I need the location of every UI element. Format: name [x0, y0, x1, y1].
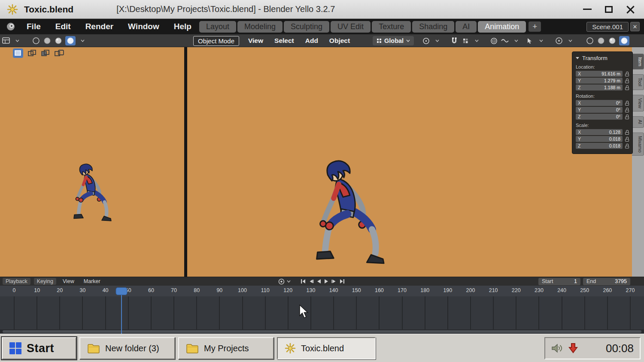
- view-menu[interactable]: View: [60, 278, 77, 285]
- lock-icon[interactable]: [625, 130, 629, 135]
- taskbar-clock[interactable]: 00:08: [606, 342, 634, 355]
- overlays-icon[interactable]: [555, 36, 563, 45]
- workspace-tab-sculpting[interactable]: Sculpting: [284, 21, 329, 33]
- jump-to-end-button[interactable]: [339, 278, 345, 285]
- playback-menu[interactable]: Playback: [3, 278, 30, 285]
- transform-orientation-dropdown[interactable]: Global: [373, 36, 414, 45]
- start-button[interactable]: Start: [2, 337, 76, 359]
- xray-toggle-icon[interactable]: [586, 36, 594, 45]
- edit-menu[interactable]: Edit: [55, 22, 71, 31]
- render-menu[interactable]: Render: [85, 22, 113, 31]
- chevron-down-icon[interactable]: [566, 36, 574, 45]
- shading-material-icon[interactable]: [54, 36, 63, 45]
- auto-keying-button[interactable]: [278, 278, 285, 285]
- chevron-down-icon[interactable]: [537, 36, 545, 45]
- sidebar-tab-tool[interactable]: Tool: [632, 74, 644, 90]
- location-y-field[interactable]: Y1.279 m: [576, 78, 623, 84]
- rotation-y-field[interactable]: Y0°: [576, 107, 623, 113]
- overlay-toggle-active-icon[interactable]: [13, 48, 23, 58]
- scale-x-field[interactable]: X0.128: [576, 129, 623, 135]
- snap-settings-icon[interactable]: [461, 36, 470, 45]
- timeline-track-area[interactable]: [0, 296, 644, 334]
- object-mode-dropdown[interactable]: Object Mode: [193, 36, 239, 46]
- chevron-down-icon[interactable]: [472, 36, 481, 45]
- chevron-down-icon[interactable]: [13, 36, 21, 45]
- marker-menu[interactable]: Marker: [81, 278, 103, 285]
- overlay-toggle-icon[interactable]: [28, 48, 36, 58]
- chevron-down-icon[interactable]: [78, 36, 87, 45]
- lock-icon[interactable]: [625, 72, 629, 76]
- scale-z-field[interactable]: Z0.018: [576, 143, 623, 149]
- viewport-main[interactable]: [187, 47, 632, 277]
- location-x-field[interactable]: X91.616 m: [576, 71, 623, 77]
- lock-icon[interactable]: [625, 137, 629, 142]
- jump-to-start-button[interactable]: [300, 278, 306, 285]
- proportional-falloff-icon[interactable]: [501, 36, 509, 45]
- window-menu[interactable]: Window: [128, 22, 159, 31]
- snap-magnet-icon[interactable]: [450, 36, 459, 45]
- scene-name-field[interactable]: Scene.001: [586, 22, 629, 32]
- volume-icon[interactable]: [551, 343, 563, 353]
- maximize-button[interactable]: [601, 3, 617, 16]
- workspace-tab-modeling[interactable]: Modeling: [237, 21, 283, 33]
- character-model-large[interactable]: [300, 158, 385, 268]
- help-menu[interactable]: Help: [174, 22, 191, 31]
- chevron-down-icon[interactable]: [512, 36, 520, 45]
- mode-selector[interactable]: Object Mode: [193, 34, 239, 47]
- blender-app-icon[interactable]: [6, 22, 15, 31]
- shading-material-icon[interactable]: [619, 36, 629, 45]
- play-button[interactable]: [324, 278, 329, 285]
- scene-unlink-button[interactable]: ✕: [630, 22, 640, 31]
- workspace-tab-layout[interactable]: Layout: [199, 21, 236, 33]
- minimize-button[interactable]: [580, 3, 595, 16]
- add-workspace-button[interactable]: +: [529, 21, 541, 32]
- object-menu[interactable]: Object: [329, 37, 350, 45]
- add-menu[interactable]: Add: [305, 37, 318, 45]
- chevron-down-icon[interactable]: [433, 36, 441, 45]
- lock-icon[interactable]: [625, 144, 629, 148]
- timeline-scrollbar[interactable]: [3, 330, 641, 333]
- shading-rendered-icon[interactable]: [65, 36, 76, 45]
- lock-icon[interactable]: [625, 115, 629, 119]
- overlay-toggle-icon[interactable]: [41, 48, 50, 58]
- overlay-toggle-icon[interactable]: [55, 48, 64, 58]
- close-button[interactable]: [623, 3, 638, 16]
- workspace-tab-shading[interactable]: Shading: [412, 21, 454, 33]
- shading-solid-icon[interactable]: [43, 36, 52, 45]
- lock-icon[interactable]: [625, 78, 629, 83]
- start-frame-field[interactable]: Start 1: [538, 278, 580, 285]
- taskbar-item-new-folder[interactable]: New folder (3): [79, 337, 175, 359]
- shading-wireframe-icon[interactable]: [597, 36, 605, 45]
- lock-icon[interactable]: [625, 85, 629, 90]
- lock-icon[interactable]: [625, 101, 629, 106]
- timeline-ruler[interactable]: 0102030405060708090100110120130140150160…: [0, 286, 644, 296]
- sidebar-tab-view[interactable]: View: [632, 95, 644, 112]
- transform-panel-header[interactable]: Transform: [576, 55, 629, 61]
- gizmo-icon[interactable]: [526, 36, 534, 45]
- pivot-point-icon[interactable]: [422, 36, 430, 45]
- keying-menu[interactable]: Keying: [34, 278, 56, 285]
- scale-y-field[interactable]: Y0.018: [576, 136, 623, 142]
- workspace-tab-uv-edit[interactable]: UV Edit: [331, 21, 371, 33]
- shading-wireframe-icon[interactable]: [32, 36, 40, 45]
- workspace-tab-animation[interactable]: Animation: [478, 21, 526, 33]
- location-z-field[interactable]: Z1.188 m: [576, 84, 623, 90]
- lock-icon[interactable]: [625, 108, 629, 112]
- workspace-tab-ai[interactable]: AI: [456, 21, 477, 33]
- sidebar-tab-item[interactable]: Item: [632, 54, 644, 69]
- view-menu[interactable]: View: [248, 37, 263, 45]
- jump-next-keyframe-button[interactable]: [331, 278, 337, 285]
- rotation-z-field[interactable]: Z0°: [576, 114, 623, 120]
- playhead-handle[interactable]: [115, 287, 127, 295]
- end-frame-field[interactable]: End 3795: [583, 278, 630, 285]
- chevron-down-icon[interactable]: [287, 278, 291, 285]
- select-menu[interactable]: Select: [274, 37, 294, 45]
- proportional-editing-icon[interactable]: [489, 36, 498, 45]
- character-model-small[interactable]: [64, 159, 112, 227]
- download-tray-icon[interactable]: [568, 343, 578, 354]
- sidebar-tab-mixamo[interactable]: Mixamo: [632, 133, 644, 156]
- taskbar-item-my-projects[interactable]: My Projects: [178, 337, 274, 359]
- file-menu[interactable]: File: [27, 22, 41, 31]
- workspace-tab-texture[interactable]: Texture: [372, 21, 411, 33]
- taskbar-item-toxic-blend[interactable]: Toxic.blend: [277, 337, 376, 359]
